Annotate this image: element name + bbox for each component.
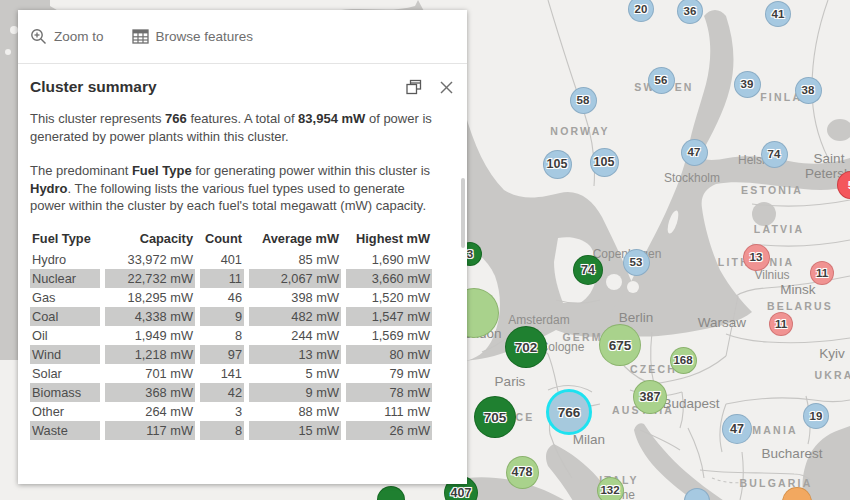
- fuel-type-table: Fuel TypeCapacityCountAverage mWHighest …: [25, 229, 437, 440]
- cluster-popup-panel: Zoom to Browse features Cluster summary: [18, 10, 467, 484]
- table-cell: 42: [200, 383, 244, 402]
- table-cell: 1,520 mW: [346, 288, 432, 307]
- cluster-bubble[interactable]: 74: [761, 141, 788, 168]
- table-cell: Gas: [30, 288, 100, 307]
- table-cell: 13 mW: [249, 345, 341, 364]
- table-header-cell: Highest mW: [346, 229, 432, 250]
- table-cell: 18,295 mW: [105, 288, 195, 307]
- cluster-bubble[interactable]: 47: [722, 414, 752, 444]
- table-cell: 1,569 mW: [346, 326, 432, 345]
- zoom-to-label: Zoom to: [54, 29, 104, 44]
- table-cell: 1,547 mW: [346, 307, 432, 326]
- table-cell: 22,732 mW: [105, 269, 195, 288]
- cluster-bubble-selected[interactable]: 766: [546, 389, 592, 435]
- table-cell: 701 mW: [105, 364, 195, 383]
- cluster-bubble[interactable]: 168: [670, 347, 697, 374]
- table-cell: 2,067 mW: [249, 269, 341, 288]
- cluster-bubble[interactable]: 5: [837, 171, 850, 199]
- table-cell: Coal: [30, 307, 100, 326]
- cluster-bubble[interactable]: 11: [810, 261, 834, 285]
- cluster-bubble[interactable]: 58: [570, 87, 597, 114]
- cluster-bubble[interactable]: 20: [628, 0, 654, 22]
- cluster-bubble[interactable]: 11: [769, 312, 793, 336]
- table-header-row: Fuel TypeCapacityCountAverage mWHighest …: [30, 229, 432, 250]
- table-cell: Wind: [30, 345, 100, 364]
- table-cell: 3,660 mW: [346, 269, 432, 288]
- table-cell: 1,690 mW: [346, 250, 432, 269]
- cluster-bubble[interactable]: 39: [734, 71, 761, 98]
- table-cell: 4,338 mW: [105, 307, 195, 326]
- table-row: Solar701 mW1415 mW79 mW: [30, 364, 432, 383]
- cluster-bubble[interactable]: 705: [474, 396, 516, 438]
- table-cell: 9 mW: [249, 383, 341, 402]
- cluster-bubble[interactable]: 19: [803, 403, 829, 429]
- table-row: Oil1,949 mW8244 mW1,569 mW: [30, 326, 432, 345]
- table-cell: 97: [200, 345, 244, 364]
- cluster-bubble[interactable]: 478: [506, 456, 539, 489]
- cluster-bubble[interactable]: 47: [681, 139, 708, 166]
- cluster-bubble[interactable]: 387: [633, 380, 667, 414]
- summary-paragraph-1: This cluster represents 766 features. A …: [30, 110, 442, 145]
- cluster-bubble[interactable]: 13: [743, 244, 770, 271]
- table-cell: 1,949 mW: [105, 326, 195, 345]
- panel-scrollbar[interactable]: [461, 178, 465, 248]
- table-row: Waste117 mW815 mW26 mW: [30, 421, 432, 440]
- zoom-to-icon: [30, 28, 47, 45]
- cluster-bubble[interactable]: 702: [505, 326, 547, 368]
- table-header-cell: Average mW: [249, 229, 341, 250]
- cluster-bubble[interactable]: 105: [543, 150, 572, 179]
- table-row: Gas18,295 mW46398 mW1,520 mW: [30, 288, 432, 307]
- cluster-bubble[interactable]: 675: [599, 324, 641, 366]
- cluster-bubble[interactable]: [782, 487, 812, 500]
- table-row: Other264 mW388 mW111 mW: [30, 402, 432, 421]
- cluster-bubble[interactable]: 38: [795, 77, 822, 104]
- table-cell: 26 mW: [346, 421, 432, 440]
- popup-title: Cluster summary: [30, 78, 391, 96]
- table-cell: 141: [200, 364, 244, 383]
- table-header-cell: Capacity: [105, 229, 195, 250]
- cluster-bubble[interactable]: 36: [677, 0, 703, 24]
- table-cell: Waste: [30, 421, 100, 440]
- table-cell: 8: [200, 421, 244, 440]
- table-cell: 46: [200, 288, 244, 307]
- table-cell: 5 mW: [249, 364, 341, 383]
- table-cell: 33,972 mW: [105, 250, 195, 269]
- close-icon: [439, 80, 454, 95]
- table-header-cell: Count: [200, 229, 244, 250]
- table-cell: 3: [200, 402, 244, 421]
- table-cell: Nuclear: [30, 269, 100, 288]
- table-cell: Solar: [30, 364, 100, 383]
- table-cell: 1,218 mW: [105, 345, 195, 364]
- browse-features-icon: [132, 29, 149, 44]
- zoom-to-button[interactable]: Zoom to: [30, 28, 104, 45]
- app-window: NORWAYSWEDENFINLANDESTONIALATVIALITHUANI…: [0, 0, 850, 500]
- popup-toolbar: Zoom to Browse features: [18, 10, 467, 64]
- cluster-bubble[interactable]: [684, 488, 710, 500]
- table-cell: 244 mW: [249, 326, 341, 345]
- cluster-bubble[interactable]: 74: [573, 255, 603, 285]
- popup-title-row: Cluster summary: [18, 64, 467, 102]
- table-cell: Oil: [30, 326, 100, 345]
- table-cell: 117 mW: [105, 421, 195, 440]
- cluster-bubble[interactable]: 41: [765, 1, 791, 27]
- table-cell: 368 mW: [105, 383, 195, 402]
- cluster-bubble[interactable]: 132: [597, 477, 624, 500]
- cluster-bubble[interactable]: 56: [648, 67, 675, 94]
- table-row: Biomass368 mW429 mW78 mW: [30, 383, 432, 402]
- table-cell: 401: [200, 250, 244, 269]
- summary-paragraph-2: The predominant Fuel Type for generating…: [30, 162, 442, 215]
- dock-button[interactable]: [405, 78, 423, 96]
- cluster-bubble[interactable]: [377, 486, 405, 500]
- browse-features-button[interactable]: Browse features: [132, 29, 254, 44]
- table-cell: 8: [200, 326, 244, 345]
- table-cell: Hydro: [30, 250, 100, 269]
- table-cell: 398 mW: [249, 288, 341, 307]
- table-cell: 482 mW: [249, 307, 341, 326]
- cluster-bubble[interactable]: 53: [623, 249, 650, 276]
- close-button[interactable]: [437, 78, 455, 96]
- fuel-table-body: Hydro33,972 mW40185 mW1,690 mWNuclear22,…: [30, 250, 432, 440]
- table-cell: 11: [200, 269, 244, 288]
- table-cell: Biomass: [30, 383, 100, 402]
- feature-count: 766: [165, 111, 187, 126]
- cluster-bubble[interactable]: 105: [590, 148, 619, 177]
